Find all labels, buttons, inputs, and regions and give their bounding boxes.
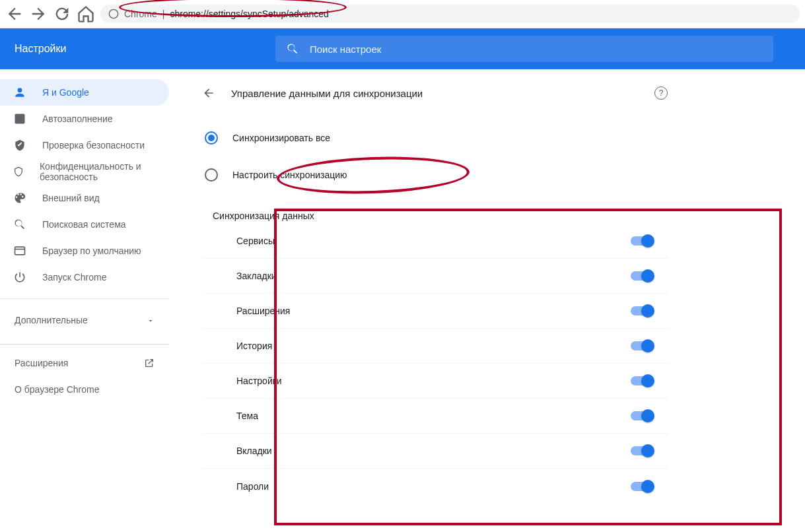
- toggle-switch[interactable]: [631, 236, 653, 246]
- sidebar-item-you-and-google[interactable]: Я и Google: [0, 79, 169, 106]
- sidebar-item-privacy[interactable]: Конфиденциальность и безопасность: [0, 158, 169, 185]
- forward-nav-icon[interactable]: [29, 5, 48, 23]
- page-header: Управление данными для синхронизации ?: [189, 72, 681, 114]
- back-nav-icon[interactable]: [5, 5, 24, 23]
- extensions-label: Расширения: [15, 358, 68, 368]
- toggle-row-services: Сервисы: [202, 224, 668, 259]
- toggle-row-history: История: [202, 329, 668, 364]
- open-in-new-icon: [144, 358, 155, 368]
- toggle-switch[interactable]: [631, 482, 653, 491]
- toggle-label: История: [236, 341, 272, 351]
- sidebar-extensions[interactable]: Расширения: [0, 350, 169, 376]
- sidebar-item-label: Я и Google: [42, 87, 89, 98]
- toggle-switch[interactable]: [631, 411, 653, 420]
- toggle-switch[interactable]: [631, 271, 653, 281]
- toggle-label: Закладки: [236, 271, 277, 281]
- assignment-icon: [13, 112, 26, 125]
- web-icon: [13, 244, 26, 257]
- svg-rect-1: [15, 247, 25, 255]
- url-prefix: Chrome: [124, 9, 157, 19]
- sidebar-separator: [0, 298, 169, 299]
- sidebar-item-label: Проверка безопасности: [42, 140, 145, 150]
- search-icon: [286, 42, 299, 55]
- sync-data-section: Синхронизация данных Сервисы Закладки Ра…: [189, 207, 681, 504]
- sidebar-about[interactable]: О браузере Chrome: [0, 376, 169, 403]
- sidebar-advanced[interactable]: Дополнительные: [0, 304, 169, 336]
- sidebar-item-default-browser[interactable]: Браузер по умолчанию: [0, 238, 169, 264]
- about-label: О браузере Chrome: [15, 384, 100, 395]
- sidebar-item-label: Автозаполнение: [42, 114, 113, 124]
- sidebar-item-label: Конфиденциальность и безопасность: [40, 161, 169, 182]
- advanced-label: Дополнительные: [15, 315, 88, 325]
- radio-label: Синхронизировать все: [232, 133, 330, 143]
- home-icon[interactable]: [77, 5, 95, 23]
- sidebar-item-search-engine[interactable]: Поисковая система: [0, 211, 169, 238]
- person-icon: [13, 86, 26, 99]
- toggle-row-bookmarks: Закладки: [202, 259, 668, 294]
- toggle-label: Вкладки: [236, 446, 272, 456]
- sidebar-item-label: Запуск Chrome: [42, 272, 106, 283]
- url-text: chrome://settings/syncSetup/advanced: [170, 9, 328, 19]
- sidebar-item-label: Браузер по умолчанию: [42, 246, 141, 256]
- radio-sync-everything[interactable]: Синхронизировать все: [202, 119, 668, 156]
- toggle-switch[interactable]: [631, 376, 653, 385]
- search-icon: [13, 218, 26, 231]
- sidebar-item-label: Поисковая система: [42, 219, 126, 230]
- help-icon[interactable]: ?: [654, 86, 668, 100]
- sidebar-item-on-startup[interactable]: Запуск Chrome: [0, 264, 169, 290]
- toggle-row-theme: Тема: [202, 399, 668, 434]
- security-icon: [13, 165, 24, 178]
- toggle-label: Пароли: [236, 481, 269, 492]
- browser-toolbar: Chrome | chrome://settings/syncSetup/adv…: [0, 0, 805, 28]
- section-title: Синхронизация данных: [202, 207, 668, 224]
- svg-point-0: [109, 9, 118, 18]
- page-title: Управление данными для синхронизации: [231, 88, 639, 99]
- toggle-row-passwords: Пароли: [202, 469, 668, 504]
- settings-header: Настройки: [0, 28, 805, 69]
- sidebar-separator: [0, 344, 169, 345]
- toggle-switch[interactable]: [631, 446, 653, 455]
- chevron-down-icon: [147, 316, 155, 324]
- sidebar-item-appearance[interactable]: Внешний вид: [0, 185, 169, 211]
- settings-title: Настройки: [0, 43, 275, 55]
- radio-label: Настроить синхронизацию: [232, 170, 347, 180]
- power-icon: [13, 271, 26, 284]
- toggle-label: Настройки: [236, 376, 282, 386]
- settings-search[interactable]: [275, 36, 773, 62]
- radio-customize-sync[interactable]: Настроить синхронизацию: [202, 156, 668, 193]
- sidebar: Я и Google Автозаполнение Проверка безоп…: [0, 69, 169, 504]
- toggle-row-extensions: Расширения: [202, 294, 668, 329]
- radio-icon: [205, 168, 218, 182]
- search-input[interactable]: [310, 44, 763, 55]
- reload-icon[interactable]: [53, 5, 71, 23]
- toggle-label: Расширения: [236, 306, 290, 316]
- toggle-switch[interactable]: [631, 306, 653, 316]
- sidebar-item-label: Внешний вид: [42, 193, 100, 203]
- toggle-label: Сервисы: [236, 236, 275, 246]
- sidebar-item-autofill[interactable]: Автозаполнение: [0, 106, 169, 132]
- toggle-row-settings: Настройки: [202, 364, 668, 399]
- toggle-label: Тема: [236, 411, 258, 421]
- sidebar-item-safety-check[interactable]: Проверка безопасности: [0, 132, 169, 158]
- toggle-row-tabs: Вкладки: [202, 434, 668, 469]
- content-area: Управление данными для синхронизации ? С…: [169, 69, 805, 504]
- page-back-button[interactable]: [202, 86, 215, 100]
- toggle-switch[interactable]: [631, 341, 653, 350]
- palette-icon: [13, 191, 26, 205]
- radio-icon: [205, 131, 218, 145]
- sync-mode-radios: Синхронизировать все Настроить синхрониз…: [189, 114, 681, 207]
- verified-icon: [13, 139, 26, 152]
- site-info-icon: [108, 9, 119, 19]
- omnibox[interactable]: Chrome | chrome://settings/syncSetup/adv…: [100, 5, 800, 23]
